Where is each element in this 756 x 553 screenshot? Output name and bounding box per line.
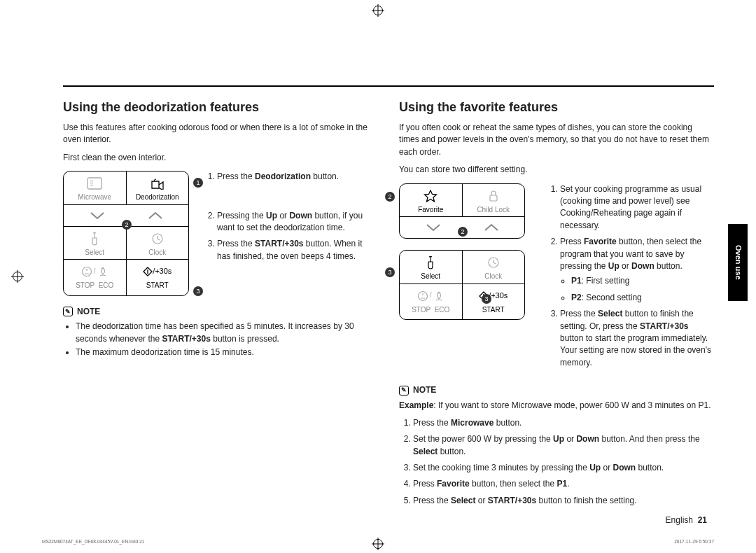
- left-note-list: The deodorization time has been specifie…: [63, 321, 378, 358]
- panel-stop2-label: STOP: [412, 306, 430, 314]
- right-step-3: Press the Select button to finish the se…: [560, 308, 714, 369]
- right-sub: You can store two different setting.: [399, 164, 714, 176]
- left-column: Using the deodorization features Use thi…: [63, 98, 378, 512]
- svg-rect-3: [490, 195, 497, 201]
- footer-page-number: 21: [698, 515, 707, 525]
- svg-point-5: [418, 291, 427, 300]
- right-step-2: Press Favorite button, then select the p…: [560, 236, 714, 304]
- right-heading: Using the favorite features: [399, 98, 714, 116]
- page-footer: English 21: [666, 514, 707, 526]
- control-panel-deodorization: Microwave Deodorization: [63, 171, 189, 296]
- callout-badge-1: 1: [193, 178, 203, 188]
- chevron-down-icon: [89, 211, 106, 220]
- right-ex-4: Press Favorite button, then select the P…: [413, 478, 714, 490]
- registration-mark-left: [13, 272, 22, 281]
- panel-select2-label: Select: [421, 272, 440, 280]
- right-step2-sub: P1: First setting P2: Second setting: [560, 275, 714, 304]
- right-ex-3: Set the cooking time 3 minutes by pressi…: [413, 462, 714, 474]
- panel-start-cell: /+30s START: [126, 260, 189, 295]
- deodorization-icon: [150, 177, 165, 190]
- left-steps-2: Pressing the Up or Down button, if you w…: [203, 210, 378, 263]
- right-steps: Set your cooking programme as usual (coo…: [546, 183, 714, 369]
- clock-icon: [151, 232, 164, 245]
- right-step-1: Set your cooking programme as usual (coo…: [560, 183, 714, 232]
- panel-favorite-label: Favorite: [418, 206, 443, 214]
- right-example: Example: If you want to store Microwave …: [399, 400, 714, 412]
- panel-clock-label: Clock: [148, 248, 166, 256]
- panel-microwave-cell: Microwave: [64, 172, 126, 204]
- panel-select2-cell: Select: [400, 251, 462, 284]
- lock-icon: [489, 190, 498, 202]
- top-rule: [63, 85, 714, 87]
- panel-childlock-cell: Child Lock: [462, 184, 525, 217]
- right-column: Using the favorite features If you often…: [399, 98, 714, 512]
- chevron-up-icon: [147, 211, 164, 220]
- panel-stop2-cell: / STOP ECO: [400, 284, 462, 320]
- micro-footer-right: 2017-11-29 6:50:37: [674, 538, 714, 545]
- right-ex-1: Press the Microwave button.: [413, 417, 714, 429]
- left-intro: Use this features after cooking odorous …: [63, 122, 378, 146]
- right-ex-2: Set the power 600 W by pressing the Up o…: [413, 433, 714, 458]
- panel-clock2-cell: Clock: [462, 251, 525, 284]
- right-note-label: NOTE: [413, 384, 436, 396]
- callout-badge-r3a: 3: [385, 267, 395, 277]
- panel-clock-cell: Clock: [126, 227, 189, 260]
- panel-eco-label: ECO: [99, 281, 114, 289]
- panel-favorite-cell: Favorite: [400, 184, 462, 217]
- hand-tap-icon: [424, 255, 437, 270]
- panel-plus302: /+30s: [489, 290, 507, 302]
- panel-start2-cell: /+30s START: [462, 284, 525, 320]
- note-icon: ✎: [63, 307, 73, 316]
- panel-start-label: START: [146, 281, 169, 289]
- right-note-heading: ✎ NOTE: [399, 384, 714, 396]
- callout-badge-3: 3: [193, 286, 203, 296]
- note-icon: ✎: [399, 386, 409, 396]
- micro-footer: MS22M8074AT_EE_DE68-04445V-01_EN.indd 21…: [42, 538, 714, 545]
- panel-stop-eco-cell: / STOP ECO: [64, 260, 126, 295]
- panel-deodorization-cell: Deodorization: [126, 172, 189, 204]
- right-intro: If you often cook or reheat the same typ…: [399, 122, 714, 158]
- side-tab: Oven use: [728, 224, 748, 301]
- chevron-up-icon: [483, 223, 500, 232]
- clock-icon: [487, 256, 500, 269]
- panel-select-label: Select: [85, 248, 104, 256]
- left-prep: First clean the oven interior.: [63, 152, 378, 164]
- svg-point-2: [82, 267, 91, 276]
- panel-microwave-label: Microwave: [78, 193, 111, 201]
- stop-icon: [81, 266, 92, 277]
- chevron-down-icon: [425, 223, 442, 232]
- panel-plus30: /+30s: [153, 266, 172, 277]
- star-icon: [424, 190, 438, 202]
- panel-eco2-label: ECO: [435, 306, 450, 314]
- left-steps-1: Press the Deodorization button.: [203, 171, 378, 183]
- left-note-2: The maximum deodorization time is 15 min…: [76, 346, 378, 358]
- callout-badge-r3b: 3: [482, 294, 491, 304]
- micro-footer-left: MS22M8074AT_EE_DE68-04445V-01_EN.indd 21: [42, 538, 144, 545]
- microwave-icon: [87, 177, 102, 190]
- svg-rect-0: [88, 178, 102, 189]
- left-note-label: NOTE: [77, 306, 100, 318]
- stop-icon: [417, 290, 428, 302]
- left-note-heading: ✎ NOTE: [63, 306, 378, 318]
- panel-deod-label: Deodorization: [136, 193, 179, 201]
- callout-badge-r2a: 2: [385, 192, 395, 202]
- left-step-3: Press the START/+30s button. When it has…: [217, 238, 378, 262]
- left-heading: Using the deodorization features: [63, 98, 378, 116]
- right-ex-5: Press the Select or START/+30s button to…: [413, 495, 714, 507]
- panel-childlock-label: Child Lock: [477, 206, 510, 214]
- registration-mark-top: [373, 6, 383, 15]
- control-panel-select: Select Clock /: [399, 250, 525, 320]
- panel-select-cell: Select: [64, 227, 126, 260]
- eco-icon: [433, 290, 444, 302]
- left-step-1: Press the Deodorization button.: [217, 171, 378, 183]
- hand-tap-icon: [88, 232, 101, 246]
- panel-start2-label: START: [482, 306, 505, 314]
- right-example-steps: Press the Microwave button. Set the powe…: [399, 417, 714, 507]
- eco-icon: [97, 266, 108, 277]
- left-step-2: Pressing the Up or Down button, if you w…: [217, 210, 378, 234]
- panel-stop-label: STOP: [76, 281, 94, 289]
- diamond-start-icon: [143, 267, 153, 276]
- left-note-1: The deodorization time has been specifie…: [76, 321, 378, 345]
- footer-language: English: [666, 515, 693, 525]
- panel-clock2-label: Clock: [484, 272, 502, 280]
